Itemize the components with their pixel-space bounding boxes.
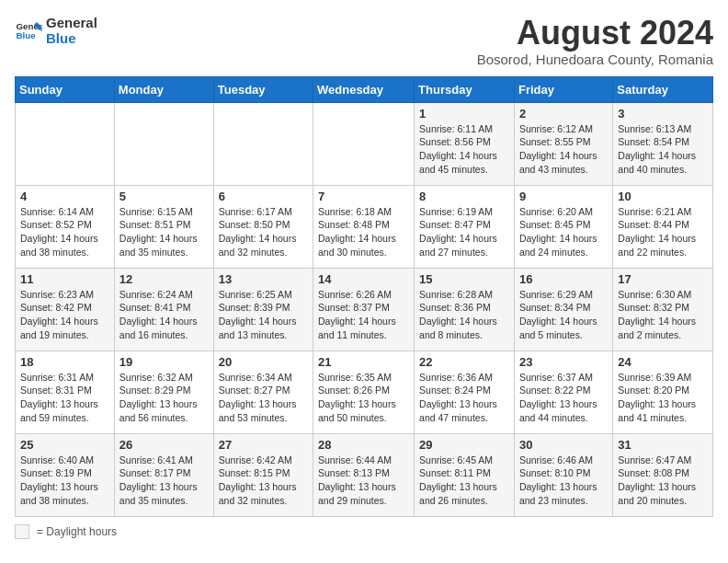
calendar-cell: 22Sunrise: 6:36 AM Sunset: 8:24 PM Dayli… [415, 350, 515, 433]
calendar-cell: 11Sunrise: 6:23 AM Sunset: 8:42 PM Dayli… [16, 268, 115, 350]
day-info: Sunrise: 6:37 AM Sunset: 8:22 PM Dayligh… [519, 371, 608, 425]
calendar-cell: 3Sunrise: 6:13 AM Sunset: 8:54 PM Daylig… [613, 102, 713, 185]
day-info: Sunrise: 6:17 AM Sunset: 8:50 PM Dayligh… [219, 205, 308, 259]
day-info: Sunrise: 6:13 AM Sunset: 8:54 PM Dayligh… [618, 122, 708, 177]
calendar-week-3: 11Sunrise: 6:23 AM Sunset: 8:42 PM Dayli… [16, 268, 713, 350]
day-info: Sunrise: 6:41 AM Sunset: 8:17 PM Dayligh… [119, 454, 209, 508]
day-info: Sunrise: 6:14 AM Sunset: 8:52 PM Dayligh… [20, 205, 109, 259]
day-info: Sunrise: 6:45 AM Sunset: 8:11 PM Dayligh… [419, 454, 509, 508]
day-number: 9 [519, 190, 608, 203]
day-info: Sunrise: 6:26 AM Sunset: 8:37 PM Dayligh… [318, 288, 409, 342]
logo-blue: Blue [46, 30, 97, 46]
calendar-cell [16, 102, 115, 185]
calendar-cell: 23Sunrise: 6:37 AM Sunset: 8:22 PM Dayli… [514, 350, 612, 433]
day-info: Sunrise: 6:19 AM Sunset: 8:47 PM Dayligh… [419, 205, 509, 259]
calendar-cell [313, 102, 415, 185]
calendar-cell: 25Sunrise: 6:40 AM Sunset: 8:19 PM Dayli… [16, 433, 115, 516]
day-number: 4 [20, 190, 109, 203]
day-number: 8 [419, 190, 509, 203]
day-info: Sunrise: 6:15 AM Sunset: 8:51 PM Dayligh… [119, 205, 209, 259]
calendar-cell: 15Sunrise: 6:28 AM Sunset: 8:36 PM Dayli… [415, 268, 515, 350]
calendar-cell: 4Sunrise: 6:14 AM Sunset: 8:52 PM Daylig… [16, 185, 115, 268]
day-info: Sunrise: 6:12 AM Sunset: 8:55 PM Dayligh… [519, 122, 608, 177]
day-number: 5 [119, 190, 209, 203]
calendar-cell: 28Sunrise: 6:44 AM Sunset: 8:13 PM Dayli… [313, 433, 415, 516]
day-number: 15 [419, 272, 509, 286]
calendar-week-1: 1Sunrise: 6:11 AM Sunset: 8:56 PM Daylig… [16, 102, 713, 185]
calendar-cell: 17Sunrise: 6:30 AM Sunset: 8:32 PM Dayli… [613, 268, 713, 350]
col-header-wednesday: Wednesday [313, 76, 415, 102]
day-number: 25 [20, 438, 109, 452]
calendar-week-4: 18Sunrise: 6:31 AM Sunset: 8:31 PM Dayli… [16, 350, 713, 433]
logo: General Blue General Blue [15, 15, 97, 46]
calendar-cell: 5Sunrise: 6:15 AM Sunset: 8:51 PM Daylig… [114, 185, 213, 268]
day-number: 2 [519, 107, 608, 121]
calendar-cell [114, 102, 213, 185]
day-number: 16 [519, 272, 608, 286]
legend-box [15, 524, 29, 539]
day-info: Sunrise: 6:29 AM Sunset: 8:34 PM Dayligh… [519, 288, 608, 342]
day-info: Sunrise: 6:42 AM Sunset: 8:15 PM Dayligh… [219, 454, 308, 508]
day-info: Sunrise: 6:47 AM Sunset: 8:08 PM Dayligh… [618, 454, 708, 508]
calendar-cell: 19Sunrise: 6:32 AM Sunset: 8:29 PM Dayli… [114, 350, 213, 433]
day-number: 18 [20, 355, 109, 369]
calendar-cell: 31Sunrise: 6:47 AM Sunset: 8:08 PM Dayli… [613, 433, 713, 516]
calendar-cell: 13Sunrise: 6:25 AM Sunset: 8:39 PM Dayli… [213, 268, 313, 350]
svg-text:Blue: Blue [17, 30, 37, 40]
col-header-monday: Monday [114, 76, 213, 102]
calendar-cell: 2Sunrise: 6:12 AM Sunset: 8:55 PM Daylig… [514, 102, 612, 185]
calendar-cell: 10Sunrise: 6:21 AM Sunset: 8:44 PM Dayli… [613, 185, 713, 268]
day-number: 10 [618, 190, 708, 203]
calendar-cell: 7Sunrise: 6:18 AM Sunset: 8:48 PM Daylig… [313, 185, 415, 268]
calendar-cell: 26Sunrise: 6:41 AM Sunset: 8:17 PM Dayli… [114, 433, 213, 516]
day-number: 30 [519, 438, 608, 452]
calendar-cell: 9Sunrise: 6:20 AM Sunset: 8:45 PM Daylig… [514, 185, 612, 268]
col-header-tuesday: Tuesday [213, 76, 313, 102]
calendar-cell: 12Sunrise: 6:24 AM Sunset: 8:41 PM Dayli… [114, 268, 213, 350]
calendar-cell: 30Sunrise: 6:46 AM Sunset: 8:10 PM Dayli… [514, 433, 612, 516]
col-header-saturday: Saturday [613, 76, 713, 102]
calendar-cell: 20Sunrise: 6:34 AM Sunset: 8:27 PM Dayli… [213, 350, 313, 433]
calendar-table: SundayMondayTuesdayWednesdayThursdayFrid… [15, 76, 713, 517]
day-number: 22 [419, 355, 509, 369]
location: Bosorod, Hunedoara County, Romania [477, 52, 713, 67]
day-info: Sunrise: 6:28 AM Sunset: 8:36 PM Dayligh… [419, 288, 509, 342]
legend: = Daylight hours [15, 524, 713, 539]
day-info: Sunrise: 6:39 AM Sunset: 8:20 PM Dayligh… [618, 371, 708, 425]
day-info: Sunrise: 6:21 AM Sunset: 8:44 PM Dayligh… [618, 205, 708, 259]
calendar-cell: 27Sunrise: 6:42 AM Sunset: 8:15 PM Dayli… [213, 433, 313, 516]
logo-icon: General Blue [15, 17, 42, 44]
col-header-thursday: Thursday [415, 76, 515, 102]
day-number: 20 [219, 355, 308, 369]
calendar-cell: 6Sunrise: 6:17 AM Sunset: 8:50 PM Daylig… [213, 185, 313, 268]
day-number: 19 [119, 355, 209, 369]
day-number: 7 [318, 190, 409, 203]
day-info: Sunrise: 6:20 AM Sunset: 8:45 PM Dayligh… [519, 205, 608, 259]
day-number: 6 [219, 190, 308, 203]
day-info: Sunrise: 6:46 AM Sunset: 8:10 PM Dayligh… [519, 454, 608, 508]
calendar-cell: 18Sunrise: 6:31 AM Sunset: 8:31 PM Dayli… [16, 350, 115, 433]
day-number: 28 [318, 438, 409, 452]
day-info: Sunrise: 6:11 AM Sunset: 8:56 PM Dayligh… [419, 122, 509, 177]
day-number: 27 [219, 438, 308, 452]
day-number: 26 [119, 438, 209, 452]
day-number: 13 [219, 272, 308, 286]
day-info: Sunrise: 6:36 AM Sunset: 8:24 PM Dayligh… [419, 371, 509, 425]
month-year: August 2024 [477, 15, 713, 52]
day-number: 12 [119, 272, 209, 286]
day-info: Sunrise: 6:32 AM Sunset: 8:29 PM Dayligh… [119, 371, 209, 425]
calendar-cell: 1Sunrise: 6:11 AM Sunset: 8:56 PM Daylig… [415, 102, 515, 185]
day-info: Sunrise: 6:30 AM Sunset: 8:32 PM Dayligh… [618, 288, 708, 342]
calendar-cell: 8Sunrise: 6:19 AM Sunset: 8:47 PM Daylig… [415, 185, 515, 268]
day-info: Sunrise: 6:23 AM Sunset: 8:42 PM Dayligh… [20, 288, 109, 342]
day-number: 29 [419, 438, 509, 452]
col-header-friday: Friday [514, 76, 612, 102]
day-info: Sunrise: 6:40 AM Sunset: 8:19 PM Dayligh… [20, 454, 109, 508]
day-number: 14 [318, 272, 409, 286]
calendar-week-5: 25Sunrise: 6:40 AM Sunset: 8:19 PM Dayli… [16, 433, 713, 516]
calendar-week-2: 4Sunrise: 6:14 AM Sunset: 8:52 PM Daylig… [16, 185, 713, 268]
page-header: General Blue General Blue August 2024 Bo… [15, 15, 713, 67]
day-number: 17 [618, 272, 708, 286]
day-info: Sunrise: 6:44 AM Sunset: 8:13 PM Dayligh… [318, 454, 409, 508]
legend-label: = Daylight hours [37, 525, 117, 538]
